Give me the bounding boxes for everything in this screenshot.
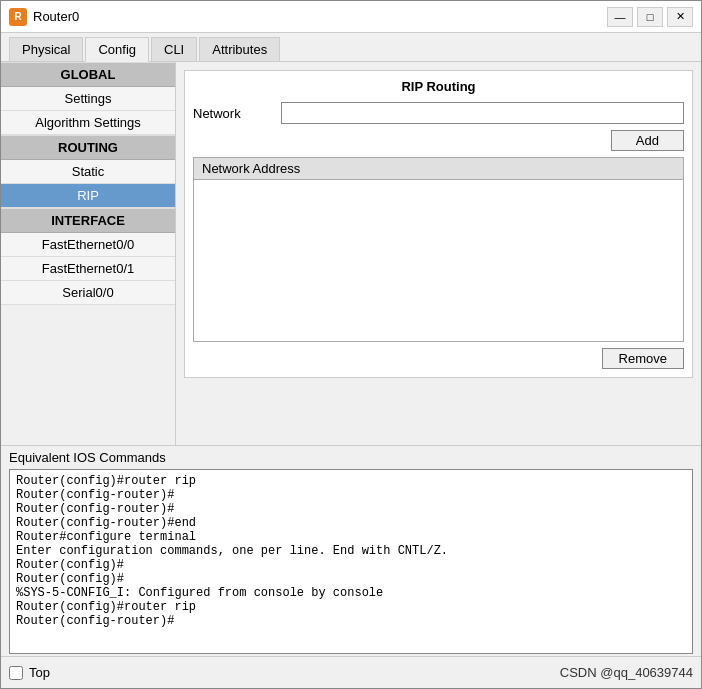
top-checkbox[interactable] bbox=[9, 666, 23, 680]
network-label: Network bbox=[193, 106, 273, 121]
sidebar-header-global: GLOBAL bbox=[1, 62, 175, 87]
window-title: Router0 bbox=[33, 9, 607, 24]
sidebar-item-fastethernet01[interactable]: FastEthernet0/1 bbox=[1, 257, 175, 281]
sidebar-item-static[interactable]: Static bbox=[1, 160, 175, 184]
tab-config[interactable]: Config bbox=[85, 37, 149, 62]
sidebar-scroll[interactable]: GLOBAL Settings Algorithm Settings ROUTI… bbox=[1, 62, 175, 445]
footer-left: Top bbox=[9, 665, 50, 680]
sidebar-header-routing: ROUTING bbox=[1, 135, 175, 160]
tab-cli[interactable]: CLI bbox=[151, 37, 197, 61]
sidebar-header-interface: INTERFACE bbox=[1, 208, 175, 233]
network-address-table: Network Address bbox=[193, 157, 684, 342]
minimize-button[interactable]: — bbox=[607, 7, 633, 27]
title-bar: R Router0 — □ ✕ bbox=[1, 1, 701, 33]
app-icon: R bbox=[9, 8, 27, 26]
network-input[interactable] bbox=[281, 102, 684, 124]
remove-row: Remove bbox=[193, 348, 684, 369]
rip-section: RIP Routing Network Add Network Address … bbox=[184, 70, 693, 378]
network-row: Network bbox=[193, 102, 684, 124]
remove-button[interactable]: Remove bbox=[602, 348, 684, 369]
network-address-header: Network Address bbox=[194, 158, 683, 180]
close-button[interactable]: ✕ bbox=[667, 7, 693, 27]
watermark: CSDN @qq_40639744 bbox=[560, 665, 693, 680]
sidebar-item-algorithm-settings[interactable]: Algorithm Settings bbox=[1, 111, 175, 135]
window-controls: — □ ✕ bbox=[607, 7, 693, 27]
add-row: Add bbox=[193, 130, 684, 151]
sidebar-item-rip[interactable]: RIP bbox=[1, 184, 175, 208]
sidebar-item-settings[interactable]: Settings bbox=[1, 87, 175, 111]
right-panel: RIP Routing Network Add Network Address … bbox=[176, 62, 701, 445]
main-content: GLOBAL Settings Algorithm Settings ROUTI… bbox=[1, 62, 701, 445]
ios-section: Equivalent IOS Commands Router(config)#r… bbox=[1, 445, 701, 656]
rip-title: RIP Routing bbox=[193, 79, 684, 94]
ios-terminal[interactable]: Router(config)#router ripRouter(config-r… bbox=[9, 469, 693, 654]
maximize-button[interactable]: □ bbox=[637, 7, 663, 27]
sidebar-item-serial00[interactable]: Serial0/0 bbox=[1, 281, 175, 305]
sidebar: GLOBAL Settings Algorithm Settings ROUTI… bbox=[1, 62, 176, 445]
add-button[interactable]: Add bbox=[611, 130, 684, 151]
tab-physical[interactable]: Physical bbox=[9, 37, 83, 61]
footer: Top CSDN @qq_40639744 bbox=[1, 656, 701, 688]
tab-bar: Physical Config CLI Attributes bbox=[1, 33, 701, 62]
main-window: R Router0 — □ ✕ Physical Config CLI Attr… bbox=[0, 0, 702, 689]
tab-attributes[interactable]: Attributes bbox=[199, 37, 280, 61]
top-label: Top bbox=[29, 665, 50, 680]
ios-label: Equivalent IOS Commands bbox=[1, 446, 701, 467]
sidebar-item-fastethernet00[interactable]: FastEthernet0/0 bbox=[1, 233, 175, 257]
